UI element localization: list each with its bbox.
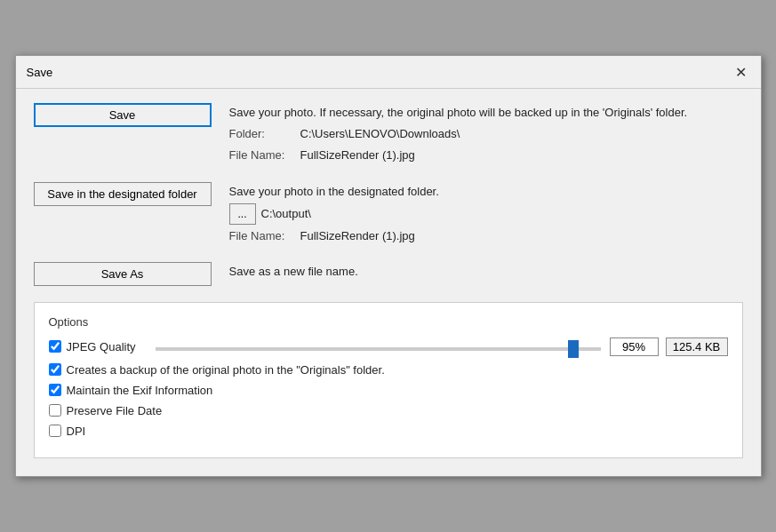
designated-folder-row: ... C:\output\ [229,203,743,225]
dpi-row: DPI [49,425,728,438]
dpi-label[interactable]: DPI [49,425,86,438]
saveas-info: Save as a new file name. [229,262,743,283]
quality-slider[interactable] [156,347,601,351]
jpeg-quality-row: JPEG Quality [49,337,728,356]
save-section: Save Save your photo. If necessary, the … [34,103,743,165]
save-description: Save your photo. If necessary, the origi… [229,103,743,123]
designated-description: Save your photo in the designated folder… [229,182,743,202]
folder-value: C:\Users\LENOVO\Downloads\ [300,124,460,144]
exif-checkbox[interactable] [49,384,61,396]
folder-label: Folder: [229,124,300,144]
title-bar: Save ✕ [16,56,761,89]
filename-value: FullSizeRender (1).jpg [300,146,415,165]
exif-row: Maintain the Exif Information [49,384,728,397]
preserve-date-checkbox[interactable] [49,404,61,417]
designated-filename-value: FullSizeRender (1).jpg [300,226,415,246]
designated-info: Save your photo in the designated folder… [229,182,743,246]
designated-section: Save in the designated folder Save your … [34,182,743,246]
backup-label[interactable]: Creates a backup of the original photo i… [49,363,385,377]
close-button[interactable]: ✕ [732,63,750,81]
designated-filename-row: File Name: FullSizeRender (1).jpg [229,226,743,246]
dpi-checkbox[interactable] [49,425,61,437]
saveas-section: Save As Save as a new file name. [34,262,743,286]
save-designated-button[interactable]: Save in the designated folder [34,182,212,206]
backup-checkbox[interactable] [49,363,61,376]
jpeg-quality-label[interactable]: JPEG Quality [49,340,147,353]
quality-slider-container [156,340,601,353]
save-dialog: Save ✕ Save Save your photo. If necessar… [15,55,762,476]
designated-filename-label: File Name: [229,226,300,246]
preserve-date-row: Preserve File Date [49,404,728,417]
options-title: Options [49,315,728,329]
exif-label[interactable]: Maintain the Exif Information [49,384,213,397]
size-value-input [666,337,728,356]
preserve-date-label[interactable]: Preserve File Date [49,404,163,417]
jpeg-quality-checkbox[interactable] [49,340,61,353]
options-section: Options JPEG Quality Creates a backup of… [34,302,743,458]
browse-button[interactable]: ... [229,203,256,225]
quality-value-input[interactable] [610,337,659,356]
dialog-body: Save Save your photo. If necessary, the … [16,89,761,475]
saveas-button[interactable]: Save As [34,262,212,286]
saveas-description: Save as a new file name. [229,262,743,282]
save-info: Save your photo. If necessary, the origi… [229,103,743,165]
save-filename-row: File Name: FullSizeRender (1).jpg [229,146,743,165]
save-folder-row: Folder: C:\Users\LENOVO\Downloads\ [229,124,743,144]
designated-folder-value: C:\output\ [261,204,311,224]
dialog-title: Save [27,66,53,79]
filename-label: File Name: [229,146,300,165]
save-button[interactable]: Save [34,103,212,127]
backup-row: Creates a backup of the original photo i… [49,363,728,377]
